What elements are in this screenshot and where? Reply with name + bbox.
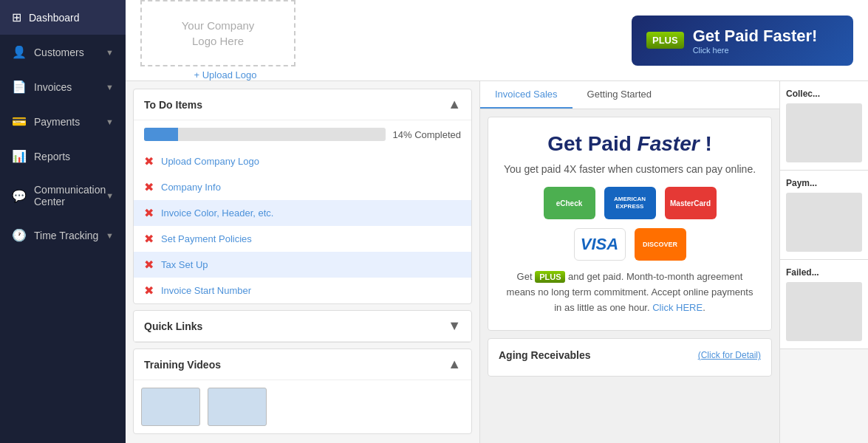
progress-label: 14% Completed xyxy=(393,129,462,140)
sidebar-item-label: Time Tracking xyxy=(34,230,98,241)
training-thumbnails xyxy=(134,380,471,433)
collected-title: Collec... xyxy=(786,89,862,99)
right-panel: Invoiced Sales Getting Started Get Paid … xyxy=(480,81,779,443)
training-videos-title: Training Videos xyxy=(144,359,221,371)
sidebar-item-label: Communication Center xyxy=(34,184,106,207)
collected-section: Collec... xyxy=(780,81,868,171)
error-icon: ✖ xyxy=(144,258,154,272)
training-videos-header[interactable]: Training Videos ▲ xyxy=(134,349,471,380)
click-here-link[interactable]: Click HERE xyxy=(652,302,703,313)
error-icon: ✖ xyxy=(144,232,154,246)
aging-detail-link[interactable]: (Click for Detail) xyxy=(698,350,761,360)
communication-icon: 💬 xyxy=(12,189,27,203)
echeck-card: eCheck xyxy=(544,187,595,219)
logo-text-line2: Logo Here xyxy=(192,33,244,49)
chevron-down-icon: ▼ xyxy=(106,83,114,92)
payment-icons-row2: VISA DISCOVER xyxy=(503,228,756,261)
todo-link[interactable]: Company Info xyxy=(161,182,221,193)
error-icon: ✖ xyxy=(144,154,154,168)
amex-card: AMERICAN EXPRESS xyxy=(604,187,656,219)
todo-link[interactable]: Invoice Color, Header, etc. xyxy=(161,207,273,219)
todo-item-payment-policies[interactable]: ✖ Set Payment Policies xyxy=(134,226,471,252)
customers-icon: 👤 xyxy=(12,45,27,59)
get-paid-subtitle: You get paid 4X faster when customers ca… xyxy=(503,163,756,175)
get-paid-main-title: Get Paid Faster ! xyxy=(503,132,756,156)
training-thumb-2[interactable] xyxy=(208,388,267,426)
error-icon: ✖ xyxy=(144,206,154,220)
aging-title: Aging Receivables xyxy=(499,349,591,361)
todo-item-invoice-start[interactable]: ✖ Invoice Start Number xyxy=(134,278,471,303)
main-area: Your Company Logo Here + Upload Logo PLU… xyxy=(126,0,868,443)
sidebar-item-timetracking[interactable]: 🕐 Time Tracking ▼ xyxy=(0,218,126,253)
sidebar-item-payments[interactable]: 💳 Payments ▼ xyxy=(0,104,126,139)
todo-panel-header[interactable]: To Do Items ▲ xyxy=(134,89,471,120)
get-paid-description: Get PLUS and get paid. Month-to-month ag… xyxy=(503,269,756,315)
banner-subtitle: Click here xyxy=(693,46,818,55)
todo-link[interactable]: Set Payment Policies xyxy=(161,233,252,244)
training-thumb-1[interactable] xyxy=(141,388,200,426)
training-videos-collapse-icon[interactable]: ▲ xyxy=(448,357,461,372)
topbar: Your Company Logo Here + Upload Logo PLU… xyxy=(126,0,868,81)
todo-link[interactable]: Invoice Start Number xyxy=(161,285,251,296)
chevron-down-icon: ▼ xyxy=(106,48,114,57)
sidebar-item-label: Payments xyxy=(34,116,80,128)
todo-title: To Do Items xyxy=(144,99,202,111)
sidebar-item-label: Reports xyxy=(34,151,70,162)
sidebar-item-label: Dashboard xyxy=(29,12,80,24)
sidebar-item-reports[interactable]: 📊 Reports xyxy=(0,139,126,174)
payments-bar xyxy=(786,193,862,252)
training-videos-panel: Training Videos ▲ xyxy=(133,348,472,434)
sidebar-item-invoices[interactable]: 📄 Invoices ▼ xyxy=(0,69,126,104)
logo-text-line1: Your Company xyxy=(182,18,255,33)
progress-container: 14% Completed xyxy=(134,120,471,148)
progress-bar-fill xyxy=(144,128,178,141)
tab-invoiced-sales[interactable]: Invoiced Sales xyxy=(480,81,573,109)
upload-logo-link[interactable]: + Upload Logo xyxy=(194,69,257,80)
content-area: To Do Items ▲ 14% Completed ✖ Upload Com… xyxy=(126,81,868,443)
get-paid-banner[interactable]: PLUS Get Paid Faster! Click here xyxy=(632,16,853,66)
payment-icons-row: eCheck AMERICAN EXPRESS MasterCard xyxy=(503,187,756,219)
quick-links-header[interactable]: Quick Links ▼ xyxy=(134,311,471,342)
todo-panel: To Do Items ▲ 14% Completed ✖ Upload Com… xyxy=(133,89,472,304)
sidebar-item-label: Invoices xyxy=(34,81,72,93)
aging-header: Aging Receivables (Click for Detail) xyxy=(499,349,761,361)
invoiced-sales-panel: Get Paid Faster ! You get paid 4X faster… xyxy=(488,117,772,331)
todo-item-upload-logo[interactable]: ✖ Upload Company Logo xyxy=(134,148,471,174)
quick-links-title: Quick Links xyxy=(144,320,202,332)
far-right-panel: Collec... Paym... Failed... xyxy=(779,81,868,443)
aging-receivables-panel: Aging Receivables (Click for Detail) xyxy=(488,338,772,377)
payments-section: Paym... xyxy=(780,171,868,260)
todo-item-tax-setup[interactable]: ✖ Tax Set Up xyxy=(134,252,471,278)
sidebar-item-dashboard[interactable]: ⊞ Dashboard xyxy=(0,0,126,35)
quick-links-collapse-icon[interactable]: ▼ xyxy=(448,318,461,334)
progress-bar-track xyxy=(144,128,386,141)
payments-icon: 💳 xyxy=(12,114,27,128)
todo-collapse-icon[interactable]: ▲ xyxy=(448,97,461,112)
reports-icon: 📊 xyxy=(12,149,27,163)
failed-bar xyxy=(786,282,862,341)
discover-card: DISCOVER xyxy=(635,228,686,261)
failed-section: Failed... xyxy=(780,260,868,349)
quick-links-panel: Quick Links ▼ xyxy=(133,310,472,343)
tab-getting-started[interactable]: Getting Started xyxy=(573,81,666,109)
sidebar-item-communication[interactable]: 💬 Communication Center ▼ xyxy=(0,174,126,218)
collected-bar xyxy=(786,103,862,162)
error-icon: ✖ xyxy=(144,180,154,194)
mastercard-card: MasterCard xyxy=(665,187,717,219)
tabs-row: Invoiced Sales Getting Started xyxy=(480,81,779,109)
todo-link[interactable]: Upload Company Logo xyxy=(161,156,259,167)
plus-badge: PLUS xyxy=(646,32,684,49)
logo-placeholder: Your Company Logo Here xyxy=(140,0,295,66)
todo-item-company-info[interactable]: ✖ Company Info xyxy=(134,174,471,200)
failed-title: Failed... xyxy=(786,267,862,278)
chevron-down-icon: ▼ xyxy=(106,231,114,240)
todo-link[interactable]: Tax Set Up xyxy=(161,259,208,270)
sidebar: ⊞ Dashboard 👤 Customers ▼ 📄 Invoices ▼ 💳… xyxy=(0,0,126,443)
dashboard-icon: ⊞ xyxy=(12,10,21,24)
payments-title: Paym... xyxy=(786,178,862,188)
error-icon: ✖ xyxy=(144,284,154,298)
invoices-icon: 📄 xyxy=(12,80,27,94)
todo-item-invoice-color[interactable]: ✖ Invoice Color, Header, etc. xyxy=(134,200,471,226)
sidebar-item-customers[interactable]: 👤 Customers ▼ xyxy=(0,35,126,69)
sidebar-item-label: Customers xyxy=(34,47,84,58)
